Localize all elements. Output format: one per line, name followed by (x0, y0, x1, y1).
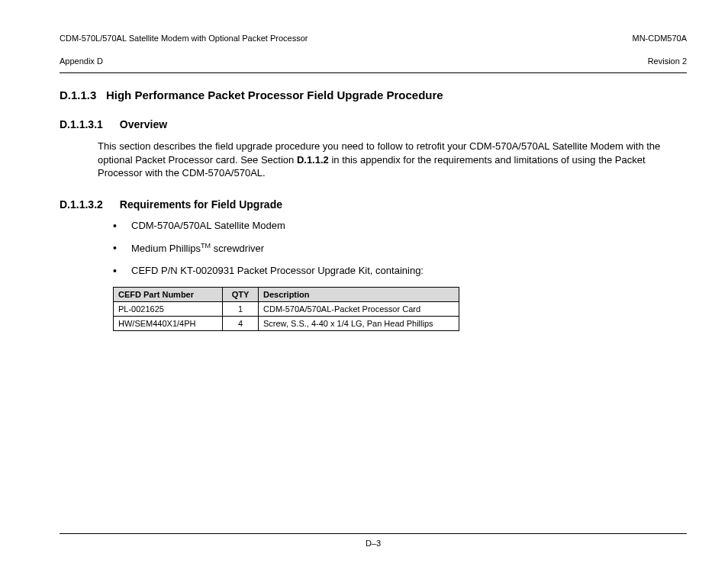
heading-d113: D.1.1.3 High Performance Packet Processo… (60, 88, 687, 101)
table-header-qty: QTY (223, 288, 259, 302)
header-left: CDM-570L/570AL Satellite Modem with Opti… (60, 21, 308, 66)
list-item-text-post: screwdriver (211, 243, 264, 254)
footer-rule (60, 533, 687, 534)
upgrade-kit-table: CEFD Part Number QTY Description PL-0021… (113, 287, 459, 331)
table-cell-desc: CDM-570A/570AL-Packet Processor Card (259, 302, 459, 317)
table-cell-part: PL-0021625 (114, 302, 223, 317)
overview-text-bold: D.1.1.2 (297, 154, 329, 166)
table-cell-qty: 1 (223, 302, 259, 317)
list-item-text: CEFD P/N KT-0020931 Packet Processor Upg… (131, 265, 424, 276)
header-rule (60, 72, 687, 73)
list-item: Medium PhillipsTM screwdriver (113, 242, 687, 254)
list-item: CEFD P/N KT-0020931 Packet Processor Upg… (113, 265, 687, 276)
heading-d1131: D.1.1.3.1Overview (60, 118, 687, 130)
heading-d1132: D.1.1.3.2Requirements for Field Upgrade (60, 198, 687, 211)
table-header-desc: Description (259, 288, 459, 302)
table-cell-qty: 4 (223, 317, 259, 331)
header-right-line2: Revision 2 (648, 56, 687, 66)
header-left-line1: CDM-570L/570AL Satellite Modem with Opti… (60, 34, 308, 43)
heading-d1132-number: D.1.1.3.2 (60, 198, 103, 211)
table-cell-part: HW/SEM440X1/4PH (114, 317, 223, 331)
trademark-symbol: TM (201, 242, 211, 249)
list-item-text-pre: Medium Phillips (131, 243, 201, 254)
requirements-list: CDM-570A/570AL Satellite Modem Medium Ph… (113, 220, 687, 276)
page: CDM-570L/570AL Satellite Modem with Opti… (0, 0, 728, 563)
page-header: CDM-570L/570AL Satellite Modem with Opti… (60, 21, 687, 66)
heading-d113-number: D.1.1.3 (60, 88, 96, 101)
overview-paragraph: This section describes the field upgrade… (98, 140, 681, 180)
list-item: CDM-570A/570AL Satellite Modem (113, 220, 687, 231)
heading-d1131-number: D.1.1.3.1 (60, 118, 103, 130)
header-left-line2: Appendix D (60, 56, 103, 66)
page-number: D–3 (366, 539, 381, 548)
header-right: MN-CDM570A Revision 2 (632, 21, 687, 66)
heading-d113-title: High Performance Packet Processor Field … (106, 88, 443, 101)
list-item-text: CDM-570A/570AL Satellite Modem (131, 220, 285, 231)
table-cell-desc: Screw, S.S., 4-40 x 1/4 LG, Pan Head Phi… (259, 317, 459, 331)
page-footer: D–3 (60, 533, 687, 548)
table-header-part: CEFD Part Number (114, 288, 223, 302)
header-right-line1: MN-CDM570A (632, 34, 687, 43)
table-row: HW/SEM440X1/4PH 4 Screw, S.S., 4-40 x 1/… (114, 317, 459, 331)
table-row: PL-0021625 1 CDM-570A/570AL-Packet Proce… (114, 302, 459, 317)
table-header-row: CEFD Part Number QTY Description (114, 288, 459, 302)
heading-d1132-title: Requirements for Field Upgrade (120, 198, 282, 211)
heading-d1131-title: Overview (120, 118, 167, 130)
